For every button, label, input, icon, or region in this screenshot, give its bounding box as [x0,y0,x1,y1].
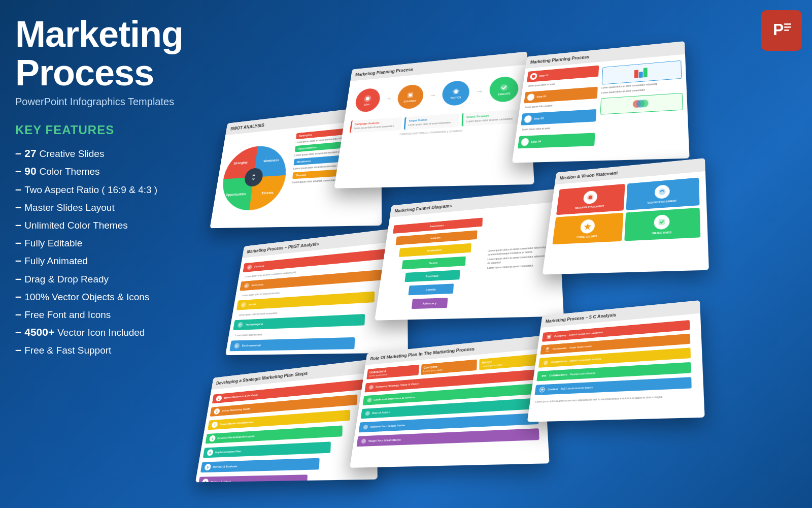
svg-marker-5 [252,174,256,176]
slide-mpp-body: GOAL → STRATEGY → TACTICS → E [334,65,534,188]
svg-marker-45 [543,360,548,365]
funnel-bar-2: Interest [396,230,477,245]
subtitle: PowerPoint Infographics Templates [15,96,233,108]
svg-point-34 [658,188,665,195]
svg-point-47 [544,375,546,377]
feature-item-10: – Free Font and Icons [15,305,233,323]
feature-item-9: – 100% Vector Objects & Icons [15,288,233,305]
funnel-bar-6: Loyalty [408,283,454,295]
feature-item-4: – Master Slides Layout [15,198,233,216]
feature-item-8: – Drag & Drop Ready [15,270,233,288]
ppt-letter: P [769,16,794,46]
funnel-bar-7: Advocacy [412,298,448,309]
slides-area: SWOT ANALYSIS Strengths Weakness Opportu… [193,41,812,508]
svg-rect-14 [634,70,638,78]
svg-rect-2 [784,23,791,25]
feature-item-3: – Two Aspect Ratio ( 16:9 & 4:3 ) [15,180,233,198]
main-title: Marketing Process [15,15,233,92]
slide-role-body: Understand Lorem ipsum dolor Compete Lor… [350,348,549,468]
slide-mission-body: MISSION STATEMENT VISION STATEMENT CORE … [543,171,709,274]
slide-mission-title: Mission & Vision Statement [559,170,618,180]
svg-point-39 [365,411,370,416]
feature-item-2: – 90 Color Themes [15,162,233,180]
ppt-icon-badge: P [761,10,802,51]
left-panel: Marketing Process PowerPoint Infographic… [15,15,233,359]
feature-item-5: – Unlimited Color Themes [15,216,233,234]
feature-item-11: – 4500+ Vector Icon Included [15,323,233,341]
slide-role: Role Of Marketing Plan In The Marketing … [350,336,549,468]
features-list: – 27 Creative Slides – 90 Color Themes –… [15,144,233,359]
feature-item-6: – Fully Editable [15,234,233,251]
slide-5c: Marketing Process – 5 C Analysis Company… [527,300,705,422]
strategic-step-5: 5 Implementation Plan [203,441,331,458]
svg-point-13 [500,84,508,91]
mission-item-3: CORE VALUES [552,213,623,244]
feature-item-12: – Free & Fast Support [15,341,233,359]
svg-point-38 [367,398,372,402]
slide-funnel-body: Awareness Interest Evaluation Desire Pur… [375,202,564,321]
process-step-1: GOAL [354,87,381,112]
process-step-4: EXECUTE [490,76,519,103]
process-step-3: TACTICS [442,80,470,106]
svg-point-46 [542,375,544,377]
funnel-bar-4: Desire [402,257,466,270]
pest-row-5: E Environmental [229,337,355,352]
svg-text:P: P [773,20,784,39]
slide-mission: Mission & Vision Statement MISSION STATE… [543,158,709,274]
svg-rect-16 [644,68,648,77]
slide-mpp: Marketing Planning Process GOAL → STRATE… [334,51,534,188]
slide-funnel: Marketing Funnel Diagrams Awareness Inte… [375,189,564,321]
feature-item-1: – 27 Creative Slides [15,144,233,162]
key-features-label: KEY FEATURES [15,123,233,137]
funnel-bar-3: Evaluation [399,243,471,257]
slide-mpp2: Marketing Planning Process Step 01 Lorem… [512,41,690,163]
pest-row-6: L Legal [227,354,345,355]
strategic-step-7: 7 Review & Adapt [198,474,308,482]
slide-swot-title: SWOT ANALYSIS [230,123,264,131]
mission-grid: MISSION STATEMENT VISION STATEMENT CORE … [550,175,703,247]
slide-funnel-title: Marketing Funnel Diagrams [394,203,452,213]
svg-marker-6 [251,178,255,180]
svg-rect-3 [784,26,791,28]
svg-rect-10 [409,93,412,97]
svg-rect-15 [639,72,643,78]
mission-item-4: OBJECTIVES [624,208,701,241]
svg-rect-4 [784,29,789,31]
svg-point-37 [369,385,374,390]
mission-item-2: VISION STATEMENT [626,178,699,210]
svg-marker-35 [584,223,592,230]
slide-mpp-title: Marketing Planning Process [355,67,414,77]
feature-item-7: – Fully Animated [15,251,233,269]
mission-item-1: MISSION STATEMENT [556,184,625,215]
slide-5c-body: Company Internal factors and capabilitie… [527,313,705,422]
svg-point-40 [363,425,368,430]
slide-mpp2-body: Step 01 Lorem ipsum dolor sit amet Step … [512,54,690,163]
process-step-2: STRATEGY [396,84,424,110]
svg-point-41 [361,439,366,444]
slide-mpp2-title: Marketing Planning Process [530,54,590,65]
svg-point-44 [546,347,549,350]
funnel-bar-5: Purchase [405,270,460,282]
strategic-step-6: 6 Monitor & Evaluate [200,458,319,473]
